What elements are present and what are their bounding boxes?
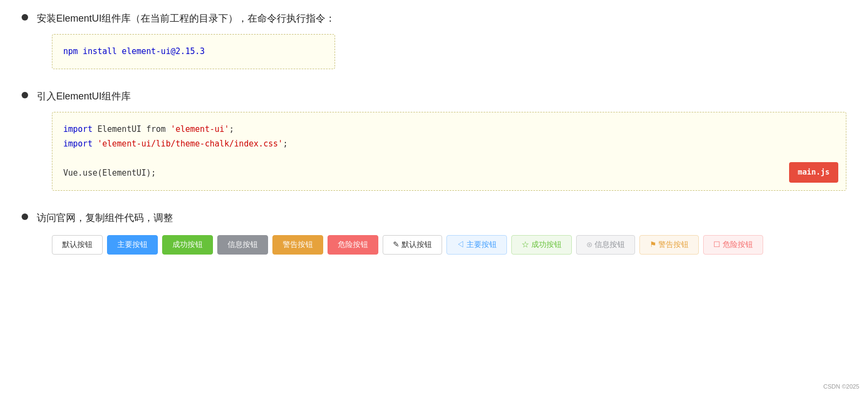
- code-line-vue-use: Vue.use(ElementUI);: [63, 166, 835, 181]
- file-badge: main.js: [789, 162, 838, 182]
- btn-primary[interactable]: 主要按钮: [107, 235, 158, 255]
- bullet-text-install: 安装ElementUI组件库（在当前工程的目录下），在命令行执行指令：: [37, 13, 335, 24]
- btn-info[interactable]: 信息按钮: [217, 235, 268, 255]
- btn-primary-plain[interactable]: ◁ 主要按钮: [446, 235, 507, 255]
- btn-danger[interactable]: 危险按钮: [328, 235, 378, 255]
- bullet-text-import: 引入ElementUI组件库: [37, 91, 131, 102]
- section-import: 引入ElementUI组件库 import ElementUI from 'el…: [22, 89, 846, 191]
- btn-warning-plain[interactable]: ⚑ 警告按钮: [639, 235, 699, 255]
- btn-success[interactable]: 成功按钮: [162, 235, 213, 255]
- code-block-import: import ElementUI from 'element-ui'; impo…: [52, 112, 846, 191]
- bullet-dot-2: [22, 92, 28, 98]
- bullet-item-import: 引入ElementUI组件库 import ElementUI from 'el…: [22, 89, 846, 191]
- btn-warning[interactable]: 警告按钮: [272, 235, 323, 255]
- bullet-item-install: 安装ElementUI组件库（在当前工程的目录下），在命令行执行指令： npm …: [22, 11, 846, 69]
- section-install: 安装ElementUI组件库（在当前工程的目录下），在命令行执行指令： npm …: [22, 11, 846, 69]
- bullet-dot-3: [22, 213, 28, 220]
- bullet-dot: [22, 14, 28, 21]
- bullet-item-visit: 访问官网，复制组件代码，调整 默认按钮 主要按钮 成功按钮 信息按钮 警告按钮 …: [22, 210, 846, 255]
- code-line-empty: [63, 151, 835, 166]
- code-line-npm: npm install element-ui@2.15.3: [63, 44, 324, 59]
- bullet-text-visit: 访问官网，复制组件代码，调整: [37, 212, 173, 223]
- code-line-import2: import 'element-ui/lib/theme-chalk/index…: [63, 137, 835, 151]
- buttons-row: 默认按钮 主要按钮 成功按钮 信息按钮 警告按钮 危险按钮 ✎ 默认按钮 ◁ 主…: [52, 235, 846, 255]
- btn-info-plain[interactable]: ⊙ 信息按钮: [576, 235, 635, 255]
- btn-default[interactable]: 默认按钮: [52, 235, 103, 255]
- code-line-import1: import ElementUI from 'element-ui';: [63, 122, 835, 137]
- btn-default-plain[interactable]: ✎ 默认按钮: [383, 235, 442, 255]
- code-block-install: npm install element-ui@2.15.3: [52, 34, 335, 69]
- btn-success-plain[interactable]: ☆ 成功按钮: [511, 235, 572, 255]
- section-visit: 访问官网，复制组件代码，调整 默认按钮 主要按钮 成功按钮 信息按钮 警告按钮 …: [22, 210, 846, 255]
- btn-danger-plain[interactable]: ☐ 危险按钮: [703, 235, 763, 255]
